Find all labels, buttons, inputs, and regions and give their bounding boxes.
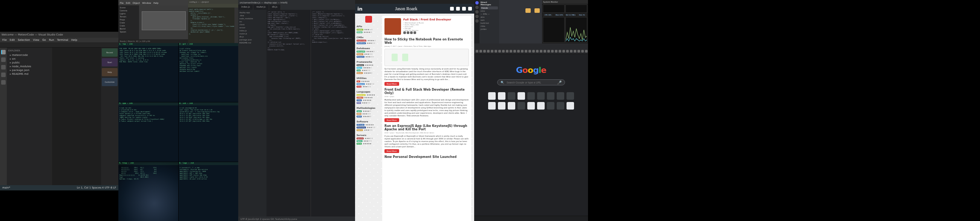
channel-item[interactable]: — DMs — <box>480 13 498 16</box>
bookmark-icon[interactable] <box>551 50 554 53</box>
list-item[interactable]: public <box>8 61 51 65</box>
bookmark-icon[interactable] <box>483 50 486 53</box>
editor-area[interactable] <box>52 48 101 185</box>
shortcut-tile[interactable] <box>508 102 515 110</box>
bookmark-icon[interactable] <box>525 50 527 53</box>
list-item[interactable]: .idea <box>239 14 266 17</box>
bookmark-icon[interactable] <box>532 50 535 53</box>
os-taskbar[interactable] <box>474 216 588 221</box>
bookmark-icon[interactable] <box>585 50 588 53</box>
bookmark-icon[interactable] <box>555 50 557 53</box>
bookmark-icon[interactable] <box>495 50 497 53</box>
bookmark-icon[interactable] <box>578 50 580 53</box>
bookmark-icon[interactable] <box>517 50 520 53</box>
ide-welcome-tiles[interactable]: RecentStartHelpCustomize <box>101 48 118 185</box>
skill-pill[interactable]: jQuery <box>356 72 363 74</box>
shortcut-tile[interactable] <box>537 102 545 110</box>
welcome-tile[interactable]: Start <box>102 58 118 66</box>
skill-pill[interactable]: Leaflet <box>356 29 363 30</box>
skill-pill[interactable]: BEM <box>356 113 361 115</box>
ide-menubar[interactable]: FileEditSelectionViewGoRunTerminalHelp <box>0 38 118 42</box>
list-item[interactable]: Crate <box>119 24 138 27</box>
shortcut-tile[interactable] <box>547 92 554 100</box>
editor-column-1[interactable]: /** server entry */ const express=requir… <box>266 10 310 216</box>
list-item[interactable]: CPU 34% <box>543 14 553 16</box>
list-item[interactable]: Camera <box>119 9 138 12</box>
list-item[interactable]: Barrel <box>119 27 138 30</box>
bookmark-icon[interactable] <box>540 50 542 53</box>
channel-item[interactable]: sam <box>480 19 498 22</box>
bookmark-icon[interactable] <box>476 50 478 53</box>
project-tool-window[interactable]: deploy-app .idea node_modules src client… <box>238 10 266 216</box>
channel-item[interactable]: friends <box>480 6 498 10</box>
shortcut-tiles[interactable] <box>488 92 574 110</box>
list-item[interactable]: Run <box>49 38 54 42</box>
chat-main[interactable] <box>499 0 542 43</box>
skill-pill[interactable]: Vue <box>356 69 361 71</box>
read-more-button[interactable]: Read More <box>385 82 399 86</box>
bookmark-icon[interactable] <box>558 50 561 53</box>
list-item[interactable]: deploy-app <box>239 11 266 14</box>
cursor-position-label[interactable]: Ln 1, Col 1 Spaces:4 UTF-8 LF <box>77 186 116 189</box>
bookmark-icon[interactable] <box>506 50 509 53</box>
shortcut-tile[interactable] <box>527 102 535 110</box>
level-mesh[interactable] <box>142 11 186 30</box>
list-item[interactable]: Lights <box>119 12 138 15</box>
skill-pill[interactable]: React <box>356 67 362 69</box>
skill-pill[interactable]: Node <box>356 143 362 145</box>
list-item[interactable]: Terminal <box>57 38 68 42</box>
shortcut-tile[interactable] <box>566 92 574 100</box>
chrome-tabstrip[interactable] <box>474 43 588 49</box>
shortcut-tile[interactable] <box>557 92 564 100</box>
browser-tabstrip[interactable] <box>355 0 474 4</box>
skill-pill[interactable]: Postgres <box>356 56 364 58</box>
channel-item[interactable]: nitro <box>480 10 498 13</box>
shortcut-tile[interactable] <box>527 92 535 100</box>
welcome-tile[interactable]: Help <box>102 68 118 76</box>
post-title[interactable]: Run an ExpressJS App (Like KeystoneJS) t… <box>385 124 469 131</box>
terminal-pane[interactable]: 1: top — zshPID USER PR NI VIRT RES SHR … <box>118 43 178 102</box>
bookmark-icon[interactable] <box>566 50 569 53</box>
shortcut-tile[interactable] <box>508 92 515 100</box>
list-item[interactable]: index.js <box>239 29 266 32</box>
twitter-icon[interactable] <box>403 31 406 34</box>
skill-pill[interactable]: Photoshop <box>356 127 366 128</box>
list-item[interactable]: package.json <box>8 68 51 72</box>
list-item[interactable]: Help <box>153 2 159 4</box>
list-item[interactable]: node_modules <box>239 17 266 20</box>
skill-pill[interactable]: Gulp <box>356 86 361 88</box>
skill-pill[interactable]: KeystoneJS <box>356 40 366 42</box>
bookmark-icon[interactable] <box>513 50 516 53</box>
skills-sidebar[interactable]: APIsLeaflet ★★★☆☆Stripe ★★★★☆CMSsKeyston… <box>355 14 382 221</box>
list-item[interactable]: Edit <box>10 38 15 42</box>
list-item[interactable]: router.js <box>239 32 266 35</box>
ide-activity-bar[interactable] <box>0 48 7 185</box>
channel-item[interactable]: jordan <box>480 27 498 30</box>
bookmark-icon[interactable] <box>574 50 576 53</box>
list-item[interactable]: Disk 1% <box>577 14 587 16</box>
shortcut-tile[interactable] <box>547 102 554 110</box>
skill-pill[interactable]: Express <box>356 64 364 66</box>
codepen-icon[interactable] <box>414 31 416 34</box>
server-icon[interactable] <box>475 15 479 18</box>
list-item[interactable]: Net 4.2 MB/s <box>565 14 576 16</box>
bookmark-icon[interactable] <box>528 50 531 53</box>
bookmark-icon[interactable] <box>479 50 482 53</box>
git-branch-label[interactable]: main* <box>2 186 10 189</box>
skill-pill[interactable]: PHP <box>356 102 361 104</box>
list-item[interactable]: client <box>239 23 266 26</box>
skill-pill[interactable]: VS Code <box>356 124 364 126</box>
editor-tabs[interactable] <box>188 4 238 8</box>
github-icon[interactable] <box>407 31 409 34</box>
skill-pill[interactable]: Nginx <box>356 140 363 142</box>
project-tree[interactable]: meteorcodesrcpublicnode_modulespackage.j… <box>8 53 51 76</box>
list-item[interactable]: src <box>8 57 51 61</box>
welcome-tile[interactable]: Recent <box>102 48 118 57</box>
list-item[interactable]: db.js <box>269 5 281 10</box>
channel-item[interactable]: mika <box>480 24 498 27</box>
ide-statusbar[interactable]: main* Ln 1, Col 1 Spaces:4 UTF-8 LF <box>0 185 118 191</box>
bookmark-icon[interactable] <box>521 50 523 53</box>
linkedin-icon[interactable]: in <box>357 6 363 12</box>
mic-icon[interactable]: 🎤 <box>557 80 562 85</box>
post-title[interactable]: Front End & Full Stack Web Developer (Re… <box>385 88 469 95</box>
